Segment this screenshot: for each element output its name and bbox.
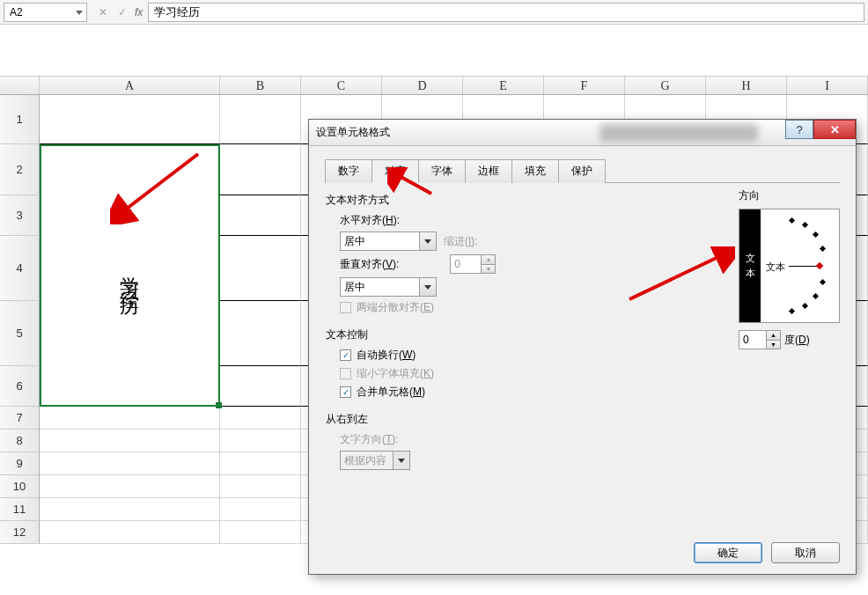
row-header-8[interactable]: 8 — [0, 430, 40, 452]
merge-cells-label: 合并单元格(M) — [357, 385, 425, 400]
tab-fill[interactable]: 填充 — [511, 159, 559, 183]
vertical-text-button[interactable]: 文 本 — [739, 209, 761, 322]
annotation-arrow-icon — [387, 167, 440, 202]
col-header-B[interactable]: B — [220, 77, 301, 94]
col-header-G[interactable]: G — [625, 77, 706, 94]
cell[interactable] — [220, 407, 301, 430]
annotation-arrow-icon — [621, 246, 735, 308]
vert-char: 文 — [746, 252, 755, 265]
combo-value: 居中 — [344, 234, 365, 249]
h-align-label: 水平对齐(H): — [340, 213, 400, 228]
shrink-fit-checkbox — [340, 368, 351, 379]
dialog-buttons: 确定 取消 — [694, 542, 840, 563]
combo-value: 根据内容 — [344, 453, 386, 468]
cell[interactable] — [220, 430, 301, 452]
cell[interactable] — [220, 144, 301, 195]
col-header-I[interactable]: I — [787, 77, 868, 94]
svg-line-5 — [629, 255, 722, 299]
h-align-combo[interactable]: 居中 — [340, 231, 437, 251]
degree-label: 度(D) — [784, 333, 810, 348]
row-header-3[interactable]: 3 — [0, 195, 40, 236]
cell[interactable] — [220, 195, 301, 236]
group-title: 从右到左 — [326, 412, 839, 427]
row-header-6[interactable]: 6 — [0, 366, 40, 407]
cell[interactable] — [220, 366, 301, 407]
cell[interactable] — [40, 521, 220, 544]
cell[interactable] — [220, 498, 301, 521]
confirm-icon[interactable]: ✓ — [115, 6, 129, 18]
col-header-C[interactable]: C — [301, 77, 382, 94]
row-header-4[interactable]: 4 — [0, 236, 40, 301]
justify-distributed-checkbox — [340, 302, 351, 313]
cell[interactable] — [220, 475, 301, 498]
dialog-title: 设置单元格格式 — [316, 125, 390, 140]
annotation-arrow-icon — [110, 145, 207, 224]
rtl-group: 从右到左 文字方向(T): 根据内容 — [325, 411, 840, 474]
tab-number[interactable]: 数字 — [325, 159, 372, 183]
formula-text: 学习经历 — [154, 4, 200, 20]
select-all-corner[interactable] — [0, 77, 40, 94]
help-button[interactable]: ? — [785, 120, 813, 139]
col-header-F[interactable]: F — [544, 77, 625, 94]
tab-protection[interactable]: 保护 — [558, 159, 606, 183]
text-direction-combo: 根据内容 — [340, 451, 410, 470]
close-button[interactable]: ✕ — [813, 120, 856, 139]
row-header-1[interactable]: 1 — [0, 95, 40, 144]
cell[interactable] — [40, 452, 220, 475]
cell[interactable] — [40, 475, 220, 498]
svg-line-1 — [123, 154, 198, 211]
combo-value: 居中 — [344, 280, 365, 295]
cell[interactable] — [40, 407, 220, 430]
wrap-text-checkbox[interactable]: ✓ — [340, 349, 351, 361]
row-header-11[interactable]: 11 — [0, 498, 40, 521]
ok-button[interactable]: 确定 — [694, 542, 762, 563]
row-header-2[interactable]: 2 — [0, 144, 40, 195]
indent-label: 缩进(I): — [444, 234, 478, 249]
v-align-label: 垂直对齐(V): — [340, 257, 399, 272]
tab-border[interactable]: 边框 — [465, 159, 512, 183]
row-header-12[interactable]: 12 — [0, 521, 40, 544]
formula-bar: A2 ✕ ✓ fx 学习经历 — [0, 0, 868, 25]
fill-handle[interactable] — [216, 402, 222, 408]
cell[interactable] — [40, 498, 220, 521]
col-header-A[interactable]: A — [40, 77, 220, 94]
merge-cells-checkbox[interactable]: ✓ — [340, 386, 351, 398]
degree-spinner[interactable]: 0▲▼ — [739, 330, 781, 349]
cancel-button[interactable]: 取消 — [771, 542, 840, 563]
spinner-value: 0 — [743, 334, 749, 346]
shrink-fit-label: 缩小字体填充(K) — [357, 366, 434, 381]
group-title: 方向 — [739, 188, 840, 203]
cell[interactable] — [220, 236, 301, 301]
cancel-icon[interactable]: ✕ — [96, 6, 110, 18]
fx-icon[interactable]: fx — [135, 6, 143, 18]
fx-buttons: ✕ ✓ fx — [91, 6, 148, 18]
col-header-E[interactable]: E — [463, 77, 544, 94]
col-header-H[interactable]: H — [706, 77, 787, 94]
cell[interactable] — [220, 452, 301, 475]
orientation-group: 方向 文 本 文本 — [739, 188, 840, 349]
wrap-text-label: 自动换行(W) — [357, 348, 416, 363]
cell-text: 学习经历 — [114, 261, 145, 290]
col-header-D[interactable]: D — [382, 77, 463, 94]
orientation-control[interactable]: 文 本 文本 — [739, 209, 840, 323]
row-header-9[interactable]: 9 — [0, 452, 40, 475]
orientation-dial[interactable]: 文本 — [761, 209, 839, 322]
v-align-combo[interactable]: 居中 — [340, 277, 437, 297]
name-box[interactable]: A2 — [4, 3, 87, 22]
vert-char: 本 — [746, 267, 755, 280]
row-header-5[interactable]: 5 — [0, 301, 40, 366]
formula-input[interactable]: 学习经历 — [148, 3, 864, 22]
spinner-value: 0 — [454, 258, 460, 270]
blurred-region — [600, 124, 758, 142]
cell[interactable] — [220, 95, 301, 144]
indent-spinner: 0▲▼ — [450, 254, 496, 274]
row-header-7[interactable]: 7 — [0, 407, 40, 430]
cell[interactable] — [220, 521, 301, 544]
cell[interactable] — [220, 301, 301, 366]
row-header-10[interactable]: 10 — [0, 475, 40, 498]
name-box-value: A2 — [10, 6, 23, 18]
dialog-titlebar[interactable]: 设置单元格格式 ? ✕ — [309, 120, 856, 146]
column-headers: A B C D E F G H I — [0, 76, 868, 95]
cell[interactable] — [40, 430, 220, 452]
cell[interactable] — [40, 95, 220, 144]
